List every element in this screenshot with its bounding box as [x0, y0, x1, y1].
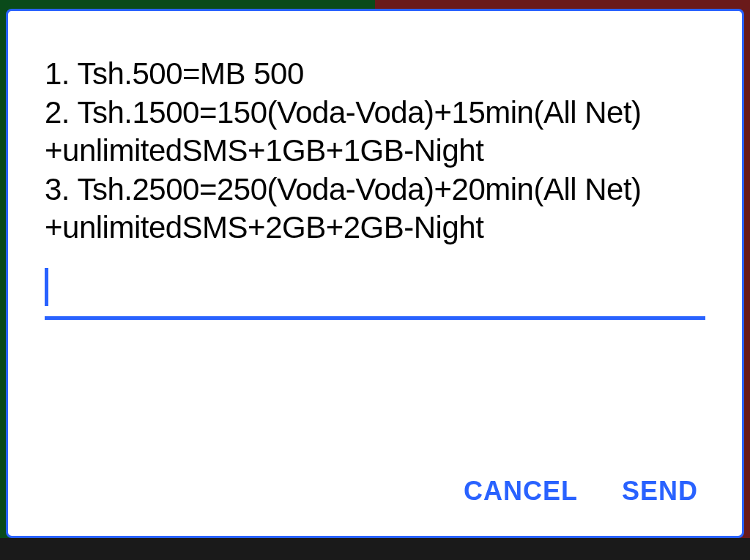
- dialog-buttons: CANCEL SEND: [45, 447, 705, 514]
- cancel-button[interactable]: CANCEL: [464, 476, 578, 507]
- reply-input[interactable]: [45, 268, 705, 320]
- ussd-dialog: 1. Tsh.500=MB 500 2. Tsh.1500=150(Voda-V…: [6, 9, 744, 538]
- reply-input-row: [45, 268, 705, 320]
- send-button[interactable]: SEND: [622, 476, 698, 507]
- text-cursor: [45, 268, 48, 306]
- ussd-message-text: 1. Tsh.500=MB 500 2. Tsh.1500=150(Voda-V…: [45, 55, 705, 247]
- bottom-nav-strip: [0, 538, 750, 560]
